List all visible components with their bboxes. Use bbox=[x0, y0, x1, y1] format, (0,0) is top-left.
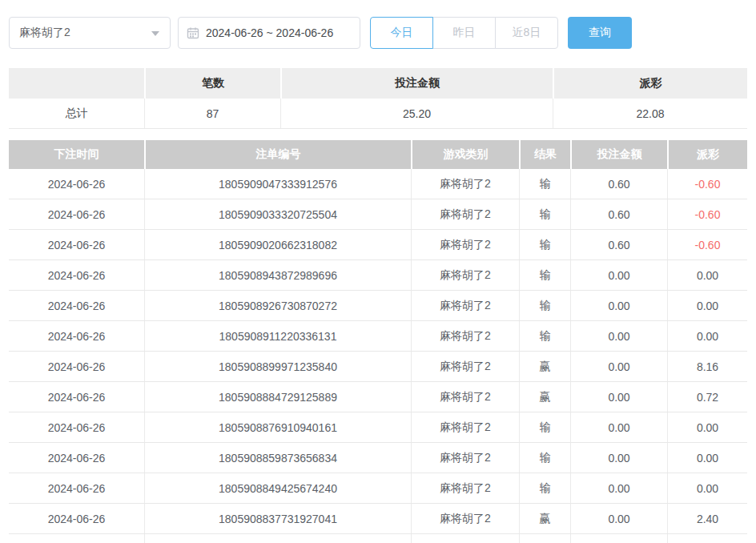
bet-amount-cell: 0.00 bbox=[570, 443, 667, 473]
result-cell: 输 bbox=[519, 260, 570, 290]
bet-time-cell: 2024-06-26 bbox=[9, 443, 144, 473]
result-cell: 输 bbox=[519, 169, 570, 199]
table-row: 2024-06-261805908859873656834麻将胡了2输0.000… bbox=[9, 443, 747, 473]
summary-total-count: 87 bbox=[144, 99, 280, 128]
quick-filter-group: 今日 昨日 近8日 bbox=[370, 17, 558, 49]
table-row: 2024-06-261805908943872989696麻将胡了2输0.000… bbox=[9, 260, 747, 291]
table-row: 2024-06-261805908884729125889麻将胡了2赢0.000… bbox=[9, 382, 747, 412]
game-type-cell: 麻将胡了2 bbox=[411, 321, 519, 351]
game-type-cell: 麻将胡了2 bbox=[411, 352, 519, 381]
table-row: 2024-06-261805908899971235840麻将胡了2赢0.008… bbox=[9, 352, 747, 382]
payout-cell: 0.00 bbox=[667, 260, 747, 290]
order-id-cell: 1805909020662318082 bbox=[144, 230, 411, 259]
table-row: 2024-06-261805909047333912576麻将胡了2输0.60-… bbox=[9, 169, 747, 199]
summary-header-bet-amount: 投注金额 bbox=[280, 68, 553, 99]
bet-time-cell bbox=[9, 534, 144, 543]
payout-cell: 0.00 bbox=[667, 291, 747, 320]
date-range-picker[interactable]: 2024-06-26 ~ 2024-06-26 bbox=[178, 17, 360, 49]
order-id-cell: 1805909033320725504 bbox=[144, 199, 411, 229]
order-id-cell: 1805908837731927041 bbox=[144, 504, 411, 533]
summary-total-payout: 22.08 bbox=[553, 99, 747, 128]
game-type-cell: 麻将胡了2 bbox=[411, 473, 519, 503]
summary-header-row: 笔数 投注金额 派彩 bbox=[9, 68, 747, 99]
game-type-cell: 麻将胡了2 bbox=[411, 443, 519, 473]
payout-cell: 0.00 bbox=[667, 321, 747, 351]
bet-time-cell: 2024-06-26 bbox=[9, 473, 144, 503]
bet-time-cell: 2024-06-26 bbox=[9, 169, 144, 199]
chevron-down-icon bbox=[151, 31, 159, 36]
table-row: 2024-06-261805908876910940161麻将胡了2输0.000… bbox=[9, 412, 747, 443]
summary-total-label: 总计 bbox=[9, 99, 144, 128]
bet-time-cell: 2024-06-26 bbox=[9, 291, 144, 320]
result-cell: 输 bbox=[519, 291, 570, 320]
game-select[interactable]: 麻将胡了2 bbox=[9, 17, 171, 49]
result-cell: 赢 bbox=[519, 504, 570, 533]
toolbar: 麻将胡了2 2024-06-26 ~ 2024-06-26 今日 昨日 近8日 … bbox=[9, 17, 632, 49]
bet-time-cell: 2024-06-26 bbox=[9, 504, 144, 533]
game-select-value: 麻将胡了2 bbox=[19, 26, 70, 40]
game-type-cell: 麻将胡了2 bbox=[411, 260, 519, 290]
game-type-cell bbox=[411, 534, 519, 543]
game-type-cell: 麻将胡了2 bbox=[411, 291, 519, 320]
payout-cell: 8.16 bbox=[667, 352, 747, 381]
payout-cell: -0.60 bbox=[667, 230, 747, 259]
summary-table: 笔数 投注金额 派彩 总计 87 25.20 22.08 bbox=[9, 68, 747, 129]
payout-cell: 0.72 bbox=[667, 382, 747, 412]
bet-amount-cell: 0.00 bbox=[570, 382, 667, 412]
table-row: 2024-06-261805908911220336131麻将胡了2输0.000… bbox=[9, 321, 747, 352]
bet-time-cell: 2024-06-26 bbox=[9, 321, 144, 351]
bet-amount-cell: 0.00 bbox=[570, 504, 667, 533]
payout-cell: 0.00 bbox=[667, 443, 747, 473]
bet-amount-cell bbox=[570, 534, 667, 543]
result-cell: 输 bbox=[519, 230, 570, 259]
result-cell: 赢 bbox=[519, 352, 570, 381]
payout-cell: -0.60 bbox=[667, 199, 747, 229]
bet-amount-cell: 0.00 bbox=[570, 321, 667, 351]
bet-time-cell: 2024-06-26 bbox=[9, 412, 144, 442]
header-bet-amount: 投注金额 bbox=[570, 140, 667, 169]
payout-cell: 0.00 bbox=[667, 412, 747, 442]
today-button[interactable]: 今日 bbox=[370, 17, 433, 49]
header-bet-time: 下注时间 bbox=[9, 140, 144, 169]
bet-time-cell: 2024-06-26 bbox=[9, 199, 144, 229]
table-row: 2024-06-261805908926730870272麻将胡了2输0.000… bbox=[9, 291, 747, 321]
order-id-cell: 1805908876910940161 bbox=[144, 412, 411, 442]
summary-total-bet-amount: 25.20 bbox=[280, 99, 553, 128]
table-row: 2024-06-261805909033320725504麻将胡了2输0.60-… bbox=[9, 199, 747, 230]
summary-header-empty bbox=[9, 68, 144, 99]
table-row: 2024-06-261805908837731927041麻将胡了2赢0.002… bbox=[9, 504, 747, 534]
query-button[interactable]: 查询 bbox=[568, 17, 632, 49]
bet-amount-cell: 0.60 bbox=[570, 199, 667, 229]
order-id-cell: 1805909047333912576 bbox=[144, 169, 411, 199]
header-result: 结果 bbox=[519, 140, 570, 169]
bet-amount-cell: 0.00 bbox=[570, 352, 667, 381]
bet-records-table: 下注时间 注单编号 游戏类别 结果 投注金额 派彩 2024-06-261805… bbox=[9, 140, 747, 543]
result-cell: 输 bbox=[519, 412, 570, 442]
game-type-cell: 麻将胡了2 bbox=[411, 169, 519, 199]
order-id-cell: 1805908943872989696 bbox=[144, 260, 411, 290]
bet-time-cell: 2024-06-26 bbox=[9, 260, 144, 290]
order-id-cell: 1805908859873656834 bbox=[144, 443, 411, 473]
table-header-row: 下注时间 注单编号 游戏类别 结果 投注金额 派彩 bbox=[9, 140, 747, 169]
game-type-cell: 麻将胡了2 bbox=[411, 382, 519, 412]
bet-time-cell: 2024-06-26 bbox=[9, 352, 144, 381]
result-cell: 输 bbox=[519, 473, 570, 503]
bet-amount-cell: 0.60 bbox=[570, 169, 667, 199]
table-row: 2024-06-261805908849425674240麻将胡了2输0.000… bbox=[9, 473, 747, 504]
payout-cell: 2.40 bbox=[667, 504, 747, 533]
payout-cell: -0.60 bbox=[667, 169, 747, 199]
last-8-days-button[interactable]: 近8日 bbox=[495, 17, 558, 49]
summary-total-row: 总计 87 25.20 22.08 bbox=[9, 99, 747, 129]
result-cell: 输 bbox=[519, 199, 570, 229]
game-type-cell: 麻将胡了2 bbox=[411, 504, 519, 533]
result-cell: 输 bbox=[519, 443, 570, 473]
bet-amount-cell: 0.60 bbox=[570, 230, 667, 259]
calendar-icon bbox=[187, 26, 199, 39]
yesterday-button[interactable]: 昨日 bbox=[432, 17, 496, 49]
game-type-cell: 麻将胡了2 bbox=[411, 230, 519, 259]
result-cell: 输 bbox=[519, 321, 570, 351]
date-range-value: 2024-06-26 ~ 2024-06-26 bbox=[206, 26, 333, 39]
order-id-cell: 1805908849425674240 bbox=[144, 473, 411, 503]
summary-header-payout: 派彩 bbox=[553, 68, 747, 99]
order-id-cell: 1805908926730870272 bbox=[144, 291, 411, 320]
